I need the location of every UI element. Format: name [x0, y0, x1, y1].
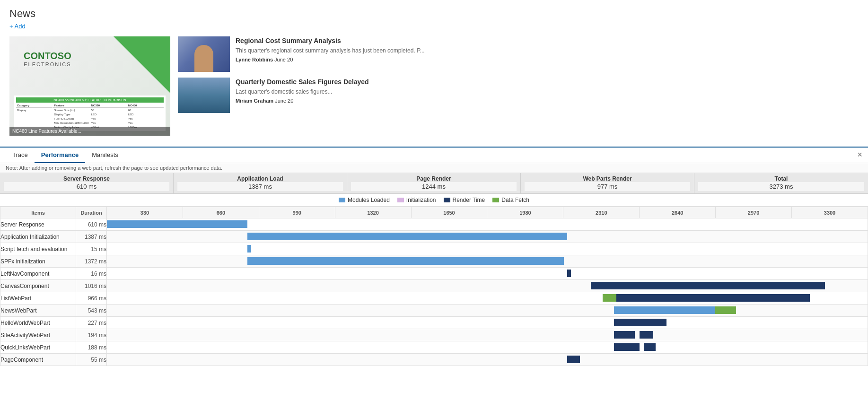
legend-label-modules: Modules Loaded: [348, 197, 390, 203]
legend-modules-loaded: Modules Loaded: [339, 197, 390, 203]
news-item-meta: Lynne Robbins June 20: [236, 57, 859, 62]
legend-color-render: [444, 198, 450, 202]
news-featured[interactable]: CONTOSO ELECTRONICS NC460 55"/NC460 60" …: [9, 36, 170, 136]
row-bar-area: [107, 280, 868, 292]
row-duration: 55 ms: [76, 354, 107, 366]
row-bar-area: [107, 341, 868, 354]
row-duration: 15 ms: [76, 243, 107, 255]
summary-value: 1244 ms: [351, 182, 517, 191]
news-thumb-2: [178, 78, 230, 113]
row-bar-area: [107, 305, 868, 317]
news-title: News: [9, 8, 859, 20]
close-button[interactable]: ×: [857, 150, 862, 159]
timeline-container: Items Duration 330 660 990 1320 1650 198…: [0, 207, 868, 412]
row-item-name: SPFx initialization: [0, 255, 76, 268]
row-item-name: Server Response: [0, 218, 76, 231]
summary-total: Total 3273 ms: [694, 173, 868, 193]
tab-trace[interactable]: Trace: [6, 148, 35, 163]
table-row: CanvasComponent1016 ms: [0, 280, 868, 292]
legend-initialization: Initialization: [397, 197, 436, 203]
summary-label: Page Render: [351, 175, 517, 182]
table-row: ListWebPart966 ms: [0, 292, 868, 305]
news-thumb-1: [178, 36, 230, 72]
news-item-desc: This quarter's regional cost summary ana…: [236, 47, 859, 55]
col-header-1980: 1980: [487, 207, 563, 218]
row-duration: 1016 ms: [76, 280, 107, 292]
col-header-330: 330: [107, 207, 183, 218]
bar: [567, 356, 580, 363]
news-list: Regional Cost Summary Analysis This quar…: [178, 36, 859, 136]
news-item-body-1: Regional Cost Summary Analysis This quar…: [236, 36, 859, 62]
summary-label: Server Response: [4, 175, 169, 182]
news-item-title: Quarterly Domestic Sales Figures Delayed: [236, 78, 859, 86]
timeline-table: Items Duration 330 660 990 1320 1650 198…: [0, 207, 868, 366]
timeline-header-row: Items Duration 330 660 990 1320 1650 198…: [0, 207, 868, 218]
featured-caption: NC460 Line Features Available...: [9, 127, 170, 136]
row-duration: 1372 ms: [76, 255, 107, 268]
col-header-990: 990: [259, 207, 335, 218]
legend-color-fetch: [492, 198, 499, 202]
col-header-660: 660: [183, 207, 259, 218]
bar: [715, 306, 736, 314]
legend-label-fetch: Data Fetch: [501, 197, 529, 203]
tab-manifests[interactable]: Manifests: [85, 148, 125, 163]
legend: Modules Loaded Initialization Render Tim…: [0, 194, 868, 207]
perf-summary: Server Response 610 ms Application Load …: [0, 173, 868, 194]
col-header-2640: 2640: [640, 207, 716, 218]
list-item[interactable]: Regional Cost Summary Analysis This quar…: [178, 36, 859, 72]
summary-label: Application Load: [177, 175, 343, 182]
news-item-meta: Miriam Graham June 20: [236, 98, 859, 104]
table-row: LeftNavComponent16 ms: [0, 268, 868, 280]
legend-color-modules: [339, 198, 345, 202]
summary-value: 3273 ms: [698, 182, 864, 191]
bar: [247, 257, 564, 265]
bar: [614, 343, 640, 351]
row-duration: 227 ms: [76, 317, 107, 329]
bar: [614, 306, 718, 314]
row-item-name: QuickLinksWebPart: [0, 341, 76, 354]
row-bar-area: [107, 292, 868, 305]
summary-server-response: Server Response 610 ms: [0, 173, 174, 193]
bar: [603, 294, 616, 302]
tab-performance[interactable]: Performance: [35, 148, 85, 163]
legend-label-init: Initialization: [406, 197, 436, 203]
table-row: PageComponent55 ms: [0, 354, 868, 366]
list-item[interactable]: Quarterly Domestic Sales Figures Delayed…: [178, 78, 859, 113]
row-bar-area: [107, 329, 868, 341]
bar: [247, 233, 567, 240]
news-item-title: Regional Cost Summary Analysis: [236, 36, 859, 45]
bar: [567, 270, 571, 277]
summary-value: 610 ms: [4, 182, 169, 191]
performance-panel: Trace Performance Manifests × Note: Afte…: [0, 147, 868, 418]
news-content: CONTOSO ELECTRONICS NC460 55"/NC460 60" …: [9, 36, 859, 136]
bar: [644, 343, 655, 351]
col-header-3300: 3300: [792, 207, 868, 218]
row-bar-area: [107, 268, 868, 280]
table-row: Application Initialization1387 ms: [0, 231, 868, 243]
news-author: Lynne Robbins: [236, 57, 273, 62]
news-author: Miriam Graham: [236, 98, 273, 104]
featured-table: NC460 55"/NC460 60" FEATURE COMPARISON C…: [14, 96, 166, 131]
summary-page-render: Page Render 1244 ms: [347, 173, 521, 193]
news-date-val: June 20: [274, 57, 293, 62]
row-bar-area: [107, 218, 868, 231]
row-item-name: LeftNavComponent: [0, 268, 76, 280]
row-item-name: NewsWebPart: [0, 305, 76, 317]
bar: [107, 220, 247, 228]
decorative-triangle: [114, 36, 170, 93]
table-row: QuickLinksWebPart188 ms: [0, 341, 868, 354]
table-row: NewsWebPart543 ms: [0, 305, 868, 317]
bar: [247, 245, 251, 253]
legend-data-fetch: Data Fetch: [492, 197, 529, 203]
row-duration: 966 ms: [76, 292, 107, 305]
row-item-name: CanvasComponent: [0, 280, 76, 292]
row-bar-area: [107, 231, 868, 243]
bar: [603, 294, 810, 302]
row-item-name: PageComponent: [0, 354, 76, 366]
row-bar-area: [107, 255, 868, 268]
add-button[interactable]: + Add: [9, 23, 26, 30]
legend-color-init: [397, 198, 404, 202]
row-duration: 16 ms: [76, 268, 107, 280]
row-duration: 610 ms: [76, 218, 107, 231]
row-bar-area: [107, 354, 868, 366]
